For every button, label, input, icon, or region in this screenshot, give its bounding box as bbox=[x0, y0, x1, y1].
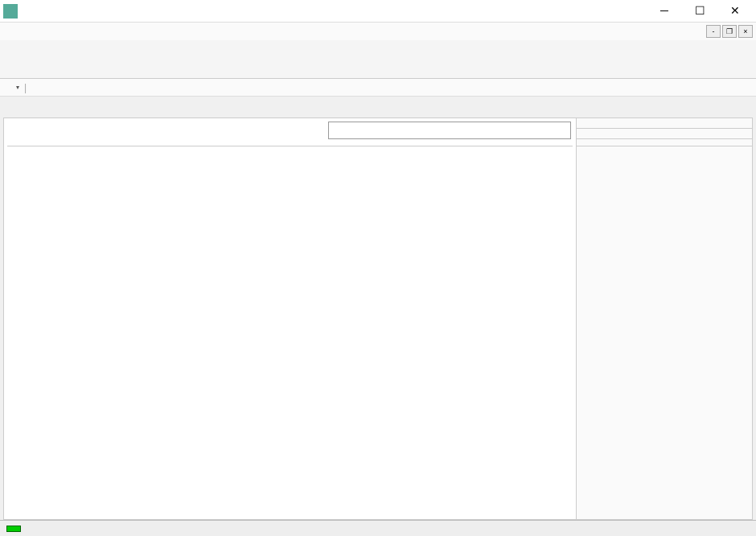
menubar: - ❐ × bbox=[0, 23, 756, 40]
mdi-minimize[interactable]: - bbox=[706, 25, 721, 38]
common-reports-header bbox=[577, 138, 752, 146]
report-links bbox=[577, 146, 752, 153]
mdi-restore[interactable]: ❐ bbox=[722, 25, 737, 38]
status-led-icon bbox=[6, 526, 21, 532]
app-icon bbox=[3, 4, 18, 19]
sidebar bbox=[577, 118, 752, 519]
eval-mode-dropdown-icon[interactable]: ▾ bbox=[16, 84, 19, 91]
stats-header bbox=[577, 122, 752, 129]
close-button[interactable]: ✕ bbox=[724, 3, 746, 19]
stats-body bbox=[577, 129, 752, 138]
maximize-button[interactable]: ☐ bbox=[688, 3, 711, 19]
toolbar bbox=[0, 40, 756, 79]
equipment-table-wrap bbox=[7, 146, 573, 503]
minimize-button[interactable]: ─ bbox=[653, 3, 676, 19]
titlebar: ─ ☐ ✕ bbox=[0, 0, 756, 23]
tabstrip bbox=[0, 97, 756, 118]
statusbar bbox=[0, 520, 756, 536]
mdi-close[interactable]: × bbox=[738, 25, 753, 38]
quick-actions-input[interactable] bbox=[328, 122, 571, 139]
evaluation-bar: ▾ | bbox=[0, 79, 756, 97]
kpi-row bbox=[4, 118, 318, 128]
bottom-links bbox=[4, 506, 576, 519]
